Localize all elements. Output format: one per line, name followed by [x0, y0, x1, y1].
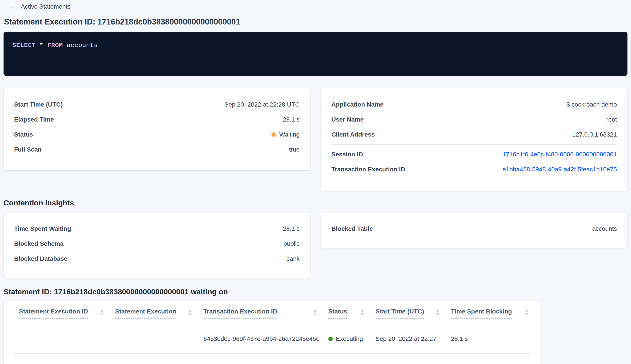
application-name-label: Application Name: [332, 101, 384, 108]
page-title: Statement Execution ID: 1716b218dc0b3838…: [4, 17, 628, 26]
blocked-database-value: bank: [286, 255, 300, 262]
cell-transaction-execution-id: 64530d0c-969f-437e-a9b4-26a72245e45e: [204, 335, 328, 342]
application-name-value: $ cockroach demo: [566, 101, 617, 108]
session-details-card: Application Name $ cockroach demo User N…: [321, 88, 628, 191]
start-time-value: Sep 20, 2022 at 22:28 UTC: [224, 101, 300, 108]
time-spent-waiting-label: Time Spent Waiting: [14, 225, 71, 232]
cell-start-time: Sep 20, 2022 at 22:27: [376, 335, 451, 342]
time-spent-waiting-row: Time Spent Waiting 28.1 s: [14, 221, 300, 236]
full-scan-label: Full Scan: [14, 146, 42, 153]
contention-details-card: Time Spent Waiting 28.1 s Blocked Schema…: [4, 212, 310, 278]
application-name-row: Application Name $ cockroach demo: [332, 97, 617, 112]
cell-time-spent-blocking: 28.1 s: [451, 335, 531, 342]
column-header-statement-execution[interactable]: Statement Execution: [115, 308, 204, 318]
sort-icon: [100, 309, 104, 315]
full-scan-row: Full Scan true: [14, 142, 300, 157]
elapsed-time-row: Elapsed Time 28.1 s: [14, 112, 300, 127]
cell-status: Executing: [328, 335, 376, 342]
status-label: Status: [14, 131, 33, 138]
contention-insights-heading: Contention Insights: [4, 198, 628, 207]
column-header-start-time[interactable]: Start Time (UTC): [376, 308, 451, 318]
transaction-execution-id-row: Transaction Execution ID e1bba458-5948-4…: [332, 162, 617, 177]
sql-statement-box: SELECT * FROM accounts: [4, 32, 628, 76]
column-header-label: Statement Execution: [115, 308, 176, 318]
status-value: Waiting: [279, 131, 300, 138]
sort-icon: [360, 309, 364, 315]
column-header-label: Status: [328, 308, 347, 318]
session-id-row: Session ID 1716b1f6-4e0c-f480-0000-00000…: [332, 147, 617, 162]
blocked-database-row: Blocked Database bank: [14, 251, 300, 266]
column-header-label: Start Time (UTC): [376, 308, 424, 318]
blocked-schema-row: Blocked Schema public: [14, 236, 300, 251]
status-row: Status Waiting: [14, 127, 300, 142]
user-name-label: User Name: [332, 116, 364, 123]
statement-execution-page: ← Active Statements Statement Execution …: [0, 0, 631, 364]
blocked-table-card: Blocked Table accounts: [321, 212, 628, 248]
user-name-value: root: [606, 116, 617, 123]
client-address-row: Client Address 127.0.0.1:63321: [332, 127, 617, 142]
start-time-row: Start Time (UTC) Sep 20, 2022 at 22:28 U…: [14, 97, 300, 112]
session-id-label: Session ID: [332, 151, 363, 158]
user-name-row: User Name root: [332, 112, 617, 127]
table-header-row: Statement Execution ID Statement Executi…: [13, 300, 531, 318]
blocked-schema-label: Blocked Schema: [14, 240, 64, 247]
sql-keyword-select: SELECT: [12, 42, 36, 49]
client-address-label: Client Address: [332, 131, 375, 138]
waiting-on-table: Statement Execution ID Statement Executi…: [4, 300, 541, 364]
blocked-table-value: accounts: [592, 225, 617, 232]
column-header-statement-execution-id[interactable]: Statement Execution ID: [19, 308, 115, 318]
sort-icon: [436, 309, 440, 315]
waiting-on-heading: Statement ID: 1716b218dc0b38380000000000…: [4, 288, 628, 296]
arrow-left-icon: ←: [10, 3, 17, 10]
time-spent-waiting-value: 28.1 s: [283, 225, 300, 232]
breadcrumb: ← Active Statements: [10, 3, 628, 10]
blocked-database-label: Blocked Database: [14, 255, 67, 262]
table-row: 64530d0c-969f-437e-a9b4-26a72245e45e Exe…: [13, 324, 531, 354]
column-header-time-spent-blocking[interactable]: Time Spent Blocking: [451, 308, 531, 318]
blocked-table-label: Blocked Table: [332, 225, 373, 232]
start-time-label: Start Time (UTC): [14, 101, 63, 108]
card-divider: [332, 144, 617, 145]
sort-icon: [188, 309, 192, 315]
column-header-status[interactable]: Status: [328, 308, 376, 318]
column-header-label: Transaction Execution ID: [204, 308, 277, 318]
column-header-label: Statement Execution ID: [19, 308, 88, 318]
back-link-label: Active Statements: [21, 3, 70, 10]
sql-star: *: [40, 42, 44, 49]
sql-keyword-from: FROM: [47, 42, 63, 49]
status-text: Executing: [336, 335, 363, 342]
blocked-schema-value: public: [284, 240, 300, 247]
column-header-transaction-execution-id[interactable]: Transaction Execution ID: [204, 308, 328, 318]
execution-details-card: Start Time (UTC) Sep 20, 2022 at 22:28 U…: [4, 88, 310, 170]
sql-table-identifier: accounts: [67, 42, 98, 49]
transaction-execution-id-label: Transaction Execution ID: [332, 166, 405, 173]
sort-icon: [313, 309, 317, 315]
elapsed-time-label: Elapsed Time: [14, 116, 54, 123]
table-row-divider: [13, 354, 531, 354]
sort-icon: [525, 309, 529, 315]
executing-status-dot-icon: [328, 337, 333, 341]
transaction-execution-id-link[interactable]: e1bba458-5948-40a9-a42f-5feac1b10e75: [502, 166, 617, 173]
column-header-label: Time Spent Blocking: [451, 308, 512, 318]
blocked-table-row: Blocked Table accounts: [332, 221, 617, 236]
session-id-link[interactable]: 1716b1f6-4e0c-f480-0000-000000000001: [502, 151, 617, 158]
client-address-value: 127.0.0.1:63321: [572, 131, 617, 138]
elapsed-time-value: 28.1 s: [283, 116, 300, 123]
full-scan-value: true: [289, 146, 300, 153]
waiting-status-dot-icon: [271, 132, 276, 137]
back-to-active-statements-link[interactable]: ← Active Statements: [10, 3, 70, 10]
